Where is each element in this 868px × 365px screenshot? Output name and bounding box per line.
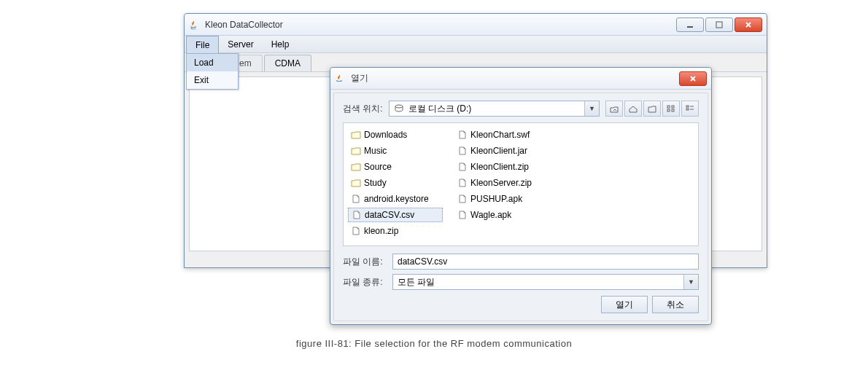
svg-rect-6 (672, 109, 674, 111)
details-view-button[interactable] (681, 101, 699, 117)
cancel-button[interactable]: 취소 (652, 296, 699, 313)
dialog-body: 검색 위치: 로컬 디스크 (D:) ▼ DownloadsMusicSourc… (333, 93, 708, 321)
file-name: KleonClient.zip (470, 162, 529, 172)
file-name: Downloads (364, 130, 407, 140)
folder-icon (351, 146, 361, 155)
file-item[interactable]: android.keystore (348, 192, 443, 206)
lookin-select[interactable]: 로컬 디스크 (D:) ▼ (389, 101, 600, 117)
file-name: PUSHUP.apk (470, 194, 522, 204)
drive-icon (394, 104, 404, 113)
file-item[interactable]: Music (348, 144, 443, 158)
file-icon (457, 146, 468, 155)
file-item[interactable]: Wagle.apk (454, 208, 549, 222)
filetype-select[interactable]: 모든 파일 ▼ (392, 274, 699, 290)
chevron-down-icon: ▼ (683, 275, 698, 289)
toolbar-icons (605, 101, 699, 117)
minimize-button[interactable] (676, 17, 704, 32)
window-controls (676, 17, 762, 32)
file-name: Study (364, 178, 387, 188)
file-item[interactable]: Study (348, 176, 443, 190)
file-icon (457, 195, 468, 203)
home-button[interactable] (624, 101, 642, 117)
dialog-titlebar: 열기 (330, 68, 711, 90)
list-view-button[interactable] (662, 101, 680, 117)
svg-rect-5 (672, 106, 674, 108)
file-name: Music (364, 146, 387, 156)
file-icon (457, 162, 468, 171)
svg-rect-9 (686, 109, 689, 110)
folder-icon (351, 178, 361, 187)
folder-icon (351, 130, 361, 139)
menu-load[interactable]: Load (187, 54, 238, 71)
file-open-dialog: 열기 검색 위치: 로컬 디스크 (D:) ▼ DownloadsMusicSo… (330, 67, 712, 325)
file-icon (457, 130, 468, 139)
figure-caption: figure III-81: File selection for the RF… (0, 338, 868, 349)
main-title: Kleon DataCollector (205, 20, 676, 30)
svg-rect-0 (687, 26, 693, 28)
folder-icon (351, 162, 361, 171)
file-name: Wagle.apk (470, 210, 511, 220)
menu-exit[interactable]: Exit (187, 71, 238, 89)
close-button[interactable] (735, 17, 762, 32)
menu-file[interactable]: File (186, 36, 219, 53)
file-item[interactable]: dataCSV.csv (348, 208, 443, 222)
svg-rect-1 (716, 22, 722, 28)
svg-rect-3 (667, 106, 670, 108)
filetype-value: 모든 파일 (398, 276, 435, 289)
lookin-row: 검색 위치: 로컬 디스크 (D:) ▼ (343, 101, 699, 117)
tab-cdma[interactable]: CDMA (264, 55, 311, 71)
lookin-value: 로컬 디스크 (D:) (408, 103, 472, 115)
menu-server[interactable]: Server (219, 36, 262, 52)
dialog-close-button[interactable] (679, 71, 707, 86)
file-icon (351, 195, 361, 203)
file-item[interactable]: KleonClient.jar (454, 144, 549, 158)
java-icon (335, 73, 346, 85)
lookin-label: 검색 위치: (343, 103, 383, 115)
file-name: Source (364, 162, 392, 172)
filetype-label: 파일 종류: (343, 276, 387, 289)
svg-rect-7 (686, 106, 689, 107)
file-name: KleonClient.jar (470, 146, 527, 156)
file-item[interactable]: KleonClient.zip (454, 160, 549, 174)
new-folder-button[interactable] (643, 101, 661, 117)
filename-row: 파일 이름: (343, 254, 699, 270)
dialog-buttons: 열기 취소 (343, 296, 699, 313)
maximize-button[interactable] (705, 17, 733, 32)
filename-label: 파일 이름: (343, 256, 387, 268)
file-icon (457, 178, 468, 187)
file-item[interactable]: Source (348, 160, 443, 174)
file-dropdown: Load Exit (186, 53, 239, 90)
file-item[interactable]: KleonChart.swf (454, 127, 549, 142)
file-item[interactable]: PUSHUP.apk (454, 192, 549, 206)
file-item[interactable]: Downloads (348, 127, 443, 142)
file-icon (351, 227, 361, 235)
file-name: KleonServer.zip (470, 178, 532, 188)
filename-input[interactable] (392, 254, 699, 270)
file-name: KleonChart.swf (470, 130, 530, 140)
dialog-window-controls (679, 71, 707, 86)
file-icon (457, 211, 468, 219)
file-list[interactable]: DownloadsMusicSourceStudyandroid.keystor… (343, 122, 699, 246)
svg-point-2 (395, 105, 403, 108)
menu-help[interactable]: Help (263, 36, 298, 52)
file-icon (352, 211, 362, 219)
chevron-down-icon: ▼ (584, 101, 599, 116)
file-item[interactable]: KleonServer.zip (454, 176, 549, 190)
svg-rect-4 (667, 109, 670, 111)
open-button[interactable]: 열기 (601, 296, 648, 313)
main-titlebar: Kleon DataCollector (185, 14, 767, 36)
file-item[interactable]: kleon.zip (348, 224, 443, 238)
up-folder-button[interactable] (605, 101, 623, 117)
menubar: File Server Help (185, 36, 767, 53)
dialog-title: 열기 (351, 72, 679, 85)
file-name: dataCSV.csv (365, 210, 414, 220)
filetype-row: 파일 종류: 모든 파일 ▼ (343, 274, 699, 290)
file-name: android.keystore (364, 194, 429, 204)
java-icon (189, 19, 201, 31)
file-name: kleon.zip (364, 226, 398, 236)
